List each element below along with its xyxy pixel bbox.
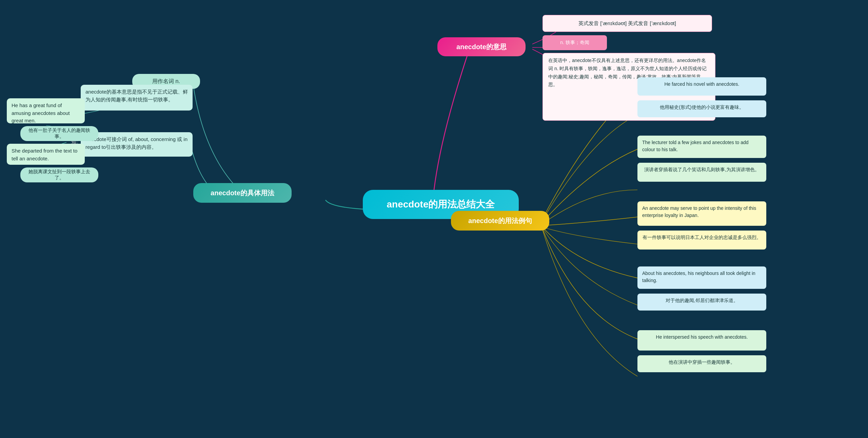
examples-node: anecdote的用法例句: [451, 211, 549, 231]
chinese1-card: 他有一肚子关于名人的趣闻轶事。: [20, 126, 98, 141]
example-zh-2: 演讲者穿插着说了几个笑话和几则轶事,为其演讲增色。: [637, 163, 766, 182]
mind-map: anecdote的用法总结大全 anecdote的具体用法 anecdote的意…: [0, 0, 868, 438]
example-zh-3: 有一件轶事可以说明日本工人对企业的忠诚是多么强烈。: [637, 231, 766, 250]
chinese2-card: 她脱离课文扯到一段轶事上去了。: [20, 167, 98, 182]
example-en-2: The lecturer told a few jokes and anecdo…: [637, 136, 766, 158]
example-en-4: About his anecdotes, his neighbours all …: [637, 266, 766, 289]
pronunciation-card: 英式发音 [ˈænɪkdəʊt] 美式发音 [ˈænɪkdoʊt]: [542, 15, 712, 32]
pos-label-card: n. 轶事；奇闻: [542, 35, 607, 50]
example-zh-1: 他用秘史(形式)使他的小说更富有趣味。: [637, 100, 766, 117]
example-en-3: An anecdote may serve to point up the in…: [637, 201, 766, 226]
example-en-1: He farced his novel with anecdotes.: [637, 77, 766, 96]
example-en-5: He interspersed his speech with anecdote…: [637, 330, 766, 351]
example-zh-5: 他在演讲中穿插一些趣闻轶事。: [637, 355, 766, 372]
example-zh-4: 对于他的趣闻,邻居们都津津乐道。: [637, 294, 766, 311]
specific-usage-node: anecdote的具体用法: [193, 183, 292, 203]
english2-card: She departed from the text to tell an an…: [7, 144, 85, 165]
english1-card: He has a great fund of amusing anecdotes…: [7, 98, 85, 123]
meaning-node: anecdote的意思: [437, 37, 526, 56]
basic-meaning-card: anecdote的基本意思是指不见于正式记载、鲜为人知的传闻趣事,有时统指一切轶…: [81, 85, 193, 111]
